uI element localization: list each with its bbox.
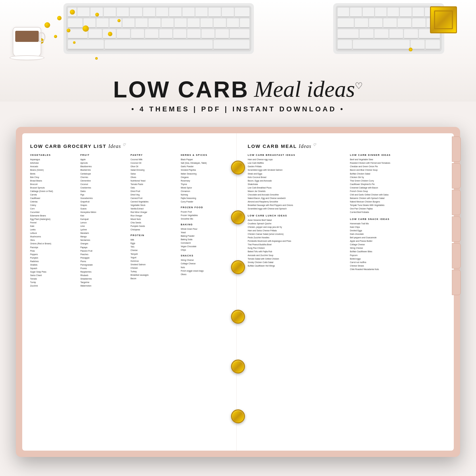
meal-ideas-columns: LOW CARB BREAKFAST IDEAS Ham and Cheese …	[248, 154, 446, 271]
pantry-list: Coconut MilkCoconut OilOlive OilSalad Dr…	[130, 158, 178, 231]
left-page-title: LOW CARB GROCERY LIST Ideas ♡	[30, 143, 228, 149]
title-area: LOW CARB Meal ideas♡ • 4 THEMES | PDF | …	[0, 70, 476, 120]
ring-5	[231, 360, 245, 374]
breakfast-list: Ham and Cheese egg cupsLow Carb WafflesG…	[248, 158, 344, 210]
tab-1	[452, 136, 461, 162]
protein-list: MilkEggsTofuCheeseTempehYogurtHummusSmok…	[130, 238, 178, 280]
title-bold: LOW CARB	[113, 76, 249, 102]
planner-pages: LOW CARB GROCERY LIST Ideas ♡ VEGETABLES…	[22, 133, 454, 451]
baking-list: Whole Grain FlourYeastBaking PowderBakin…	[181, 227, 228, 252]
snack-ideas-list: Homemade Trail MixKale ChipsDeviled Eggs…	[350, 222, 446, 271]
tab-6	[452, 270, 461, 295]
herbs-list: Black PepperSalt (Sea, Himalayan, Table)…	[181, 158, 228, 203]
ring-4	[231, 310, 245, 324]
herbs-snacks-column: HERBS & SPICES Black PepperSalt (Sea, Hi…	[181, 154, 228, 288]
keyboard-decoration	[63, 3, 254, 54]
grocery-list-columns: VEGETABLES AsparagusArtichokeAvocadoBean…	[30, 154, 228, 288]
tab-5	[452, 243, 461, 268]
breakfast-lunch-col: LOW CARB BREAKFAST IDEAS Ham and Cheese …	[248, 154, 344, 271]
snacks-list: String CheeseCottage CheeseNutsFresh veg…	[181, 258, 228, 276]
planner-binder: LOW CARB GROCERY LIST Ideas ♡ VEGETABLES…	[16, 127, 460, 457]
coffee-cup-decoration	[6, 19, 48, 63]
binder-clip-decoration	[430, 6, 457, 33]
keyboard-right	[333, 3, 444, 54]
left-title-script: Ideas ♡	[109, 143, 126, 149]
frozen-list: Frozen FruitFrozen VegetablesSmoothie Mi…	[181, 210, 228, 221]
sparkle-top-left	[95, 57, 98, 60]
page-right: LOW CARB MEAL Ideas ♡ LOW CARB BREAKFAST…	[237, 133, 454, 451]
right-title-script: Ideas ♡	[299, 143, 317, 149]
right-page-title: LOW CARB MEAL Ideas ♡	[248, 143, 446, 149]
vegetables-list: AsparagusArtichokeAvocadoBeans (Green)Be…	[30, 158, 78, 288]
subtitle: • 4 THEMES | PDF | INSTANT DOWNLOAD •	[6, 105, 470, 113]
pantry-protein-column: PANTRY Coconut MilkCoconut OilOlive OilS…	[130, 154, 178, 288]
tab-2	[452, 163, 461, 188]
ring-6	[231, 409, 245, 423]
ring-3	[231, 260, 245, 274]
dinner-list: Beef and Vegetable StewRoasted Chicken w…	[350, 158, 446, 214]
ring-1	[231, 161, 245, 175]
fruit-column: FRUIT AppleApricotsBlackberriesBlueberri…	[80, 154, 128, 288]
title-heart: ♡	[355, 81, 363, 91]
fruit-list: AppleApricotsBlackberriesBlueberriesCant…	[80, 158, 128, 288]
tab-3	[452, 190, 461, 215]
tab-4	[452, 216, 461, 242]
ring-2	[231, 210, 245, 224]
page-left: LOW CARB GROCERY LIST Ideas ♡ VEGETABLES…	[22, 133, 237, 451]
binder-spine	[228, 133, 248, 451]
title-script: Meal ideas♡	[254, 76, 363, 102]
dinner-snacks-col: LOW CARB DINNER IDEAS Beef and Vegetable…	[350, 154, 446, 271]
sparkle-top-right	[409, 48, 413, 51]
vegetables-column: VEGETABLES AsparagusArtichokeAvocadoBean…	[30, 154, 78, 288]
planner-tabs	[452, 136, 461, 295]
lunch-list: Asian Sesame Beef SaladCrustless Spinach…	[248, 218, 344, 268]
